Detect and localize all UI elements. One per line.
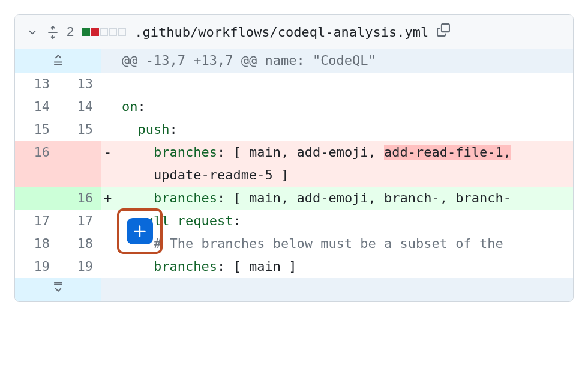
code-content: # The branches below must be a subset of… [122, 232, 573, 255]
file-path: .github/workflows/codeql-analysis.yml [134, 25, 428, 40]
new-line-number[interactable]: 15 [58, 118, 101, 141]
diff-line-context: 1414on: [15, 95, 573, 118]
old-line-number[interactable]: 14 [15, 95, 58, 118]
hunk-header-row: @@ -13,7 +13,7 @@ name: "CodeQL" [15, 49, 573, 73]
new-line-number[interactable]: 16 [58, 187, 101, 210]
diff-line-context: 1313 [15, 73, 573, 95]
stat-block-neutral [100, 28, 108, 36]
toggle-file-icon[interactable] [27, 26, 38, 37]
new-line-number[interactable]: 17 [58, 210, 101, 232]
diff-line-context: 1717 pull_request: [15, 210, 573, 232]
new-line-number[interactable]: 18 [58, 232, 101, 255]
code-content: branches: [ main ] [122, 255, 573, 278]
code-content: branches: [ main, add-emoji, branch-, br… [122, 187, 573, 210]
new-line-number[interactable]: 19 [58, 255, 101, 278]
old-line-number[interactable]: 13 [15, 73, 58, 95]
diff-marker [101, 255, 122, 278]
diff-marker [101, 232, 122, 255]
diff-marker [101, 118, 122, 141]
code-content: update-readme-5 ] [122, 164, 573, 187]
code-content: branches: [ main, add-emoji, add-read-fi… [122, 141, 573, 164]
diff-marker [101, 95, 122, 118]
expand-down-button[interactable] [15, 278, 101, 301]
old-line-number[interactable]: 15 [15, 118, 58, 141]
diff-line-context: 1919 branches: [ main ] [15, 255, 573, 278]
code-content: push: [122, 118, 573, 141]
diff-line-context: 1818 # The branches below must be a subs… [15, 232, 573, 255]
new-line-number[interactable]: 13 [58, 73, 101, 95]
file-header: 2 .github/workflows/codeql-analysis.yml [15, 15, 573, 49]
plus-icon [132, 223, 148, 239]
old-line-number[interactable]: 18 [15, 232, 58, 255]
code-content: on: [122, 95, 573, 118]
diff-line-addition: 16+ branches: [ main, add-emoji, branch-… [15, 187, 573, 210]
diff-marker [101, 210, 122, 232]
stat-block-added [82, 28, 90, 36]
new-line-number[interactable]: 14 [58, 95, 101, 118]
add-line-comment-button[interactable] [127, 218, 153, 244]
expand-up-button[interactable] [15, 49, 101, 73]
diff-file-container: 2 .github/workflows/codeql-analysis.yml … [14, 14, 574, 302]
stat-block-removed [91, 28, 99, 36]
expand-file-icon[interactable] [46, 26, 58, 38]
diff-table: @@ -13,7 +13,7 @@ name: "CodeQL" 1313141… [15, 49, 573, 301]
stat-block-neutral [109, 28, 117, 36]
diff-line-context: 1515 push: [15, 118, 573, 141]
diff-stat-blocks [82, 28, 126, 36]
diff-marker: - [101, 141, 122, 164]
diff-line-deletion: 16- branches: [ main, add-emoji, add-rea… [15, 141, 573, 164]
old-line-number[interactable]: 16 [15, 141, 58, 164]
new-line-number[interactable] [58, 141, 101, 164]
copy-path-icon[interactable] [437, 23, 450, 40]
old-line-number[interactable] [15, 187, 58, 210]
stat-block-neutral [118, 28, 126, 36]
change-count: 2 [67, 24, 74, 40]
old-line-number[interactable]: 17 [15, 210, 58, 232]
diff-marker: + [101, 187, 122, 210]
old-line-number[interactable]: 19 [15, 255, 58, 278]
diff-line-deletion-cont: update-readme-5 ] [15, 164, 573, 187]
code-content [122, 73, 573, 95]
hunk-expand-down-row [15, 278, 573, 301]
code-content: pull_request: [122, 210, 573, 232]
diff-marker [101, 73, 122, 95]
hunk-header-text: @@ -13,7 +13,7 @@ name: "CodeQL" [122, 49, 573, 73]
